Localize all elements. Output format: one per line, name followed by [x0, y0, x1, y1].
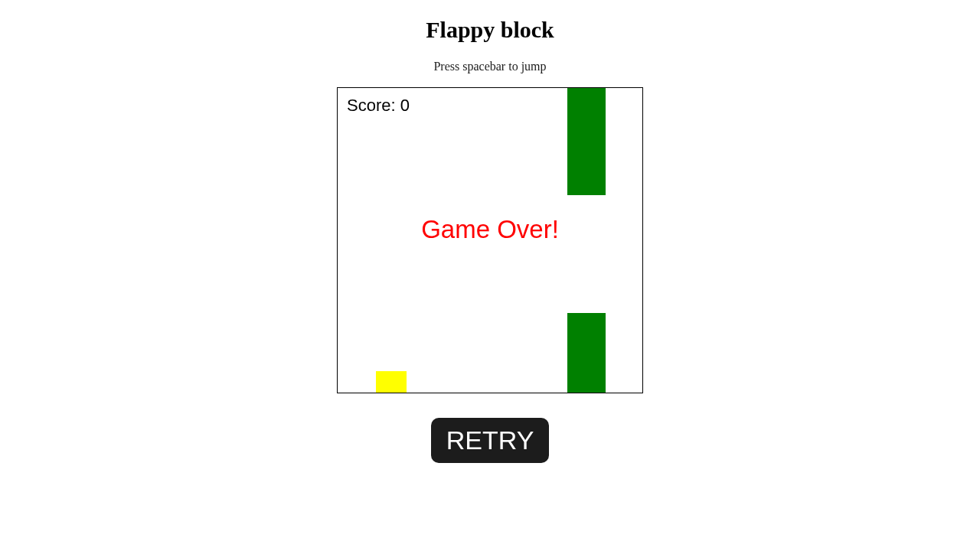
pipe-bottom: [567, 313, 606, 393]
game-over-text: Game Over!: [338, 215, 642, 244]
score-display: Score: 0: [347, 96, 410, 116]
page-title: Flappy block: [426, 17, 554, 43]
score-value: 0: [400, 96, 410, 115]
game-area[interactable]: Score: 0 Game Over!: [337, 87, 643, 393]
score-label: Score:: [347, 96, 396, 115]
pipe-top: [567, 88, 606, 195]
player-block: [376, 371, 407, 393]
instructions-text: Press spacebar to jump: [433, 60, 546, 73]
retry-button[interactable]: RETRY: [431, 418, 550, 463]
